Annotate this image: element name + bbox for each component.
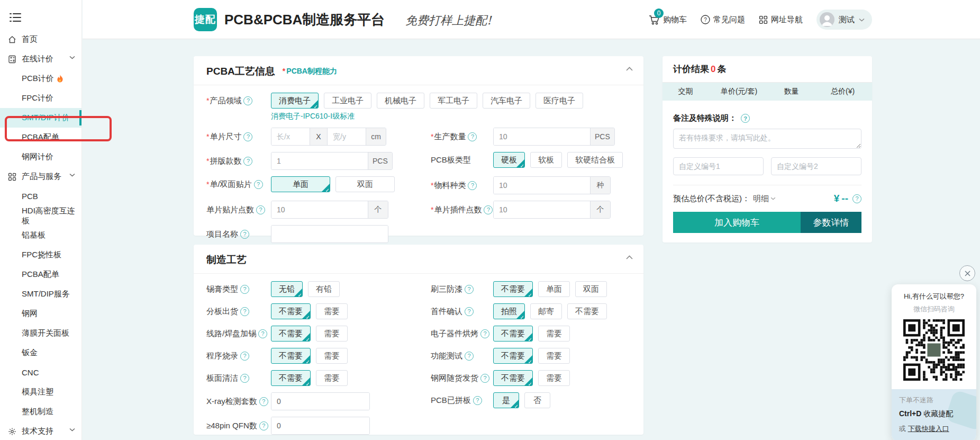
material-kinds-input[interactable] xyxy=(494,177,590,194)
sidebar-item-smt-dip-service[interactable]: SMT/DIP服务 xyxy=(0,284,81,304)
pad-tinning-option[interactable]: 需要 xyxy=(316,326,348,342)
sidebar-item-pcba-bom[interactable]: PCBA配单 xyxy=(0,128,81,147)
solder-paste-option[interactable]: 有铅 xyxy=(308,281,340,297)
pcb-type-option[interactable]: 硬板✓ xyxy=(493,152,525,168)
add-to-cart-button[interactable]: 加入购物车 xyxy=(673,212,801,233)
help-icon[interactable]: ? xyxy=(852,194,861,203)
site-nav-link[interactable]: 网址导航 xyxy=(759,15,803,25)
project-name-input[interactable] xyxy=(271,226,388,243)
function-test-option[interactable]: 需要 xyxy=(538,348,570,364)
cart-link[interactable]: 0 购物车 xyxy=(649,15,687,25)
download-shortcut-link[interactable]: 下载快捷入口 xyxy=(908,425,949,433)
help-icon[interactable]: ? xyxy=(259,397,268,406)
solder-paste-option[interactable]: 无铅✓ xyxy=(271,281,303,297)
help-icon[interactable]: ? xyxy=(465,285,474,294)
component-baking-option[interactable]: 不需要✓ xyxy=(493,326,533,342)
qty-input[interactable] xyxy=(494,128,590,145)
help-icon[interactable]: ? xyxy=(243,157,252,166)
help-icon[interactable]: ? xyxy=(240,374,249,383)
help-icon[interactable]: ? xyxy=(468,132,477,141)
pcb-panelized-option[interactable]: 是✓ xyxy=(493,392,519,408)
help-icon[interactable]: ? xyxy=(741,114,750,123)
pcb-type-option[interactable]: 软板 xyxy=(530,152,562,168)
help-icon[interactable]: ? xyxy=(243,132,252,141)
qfn-count-input[interactable] xyxy=(271,417,369,434)
chat-close-icon[interactable] xyxy=(959,265,975,281)
conformal-coating-option[interactable]: 双面 xyxy=(575,281,607,297)
sidebar-item-injection-molding[interactable]: 模具注塑 xyxy=(0,382,81,402)
help-icon[interactable]: ? xyxy=(258,329,267,338)
collapse-section-icon[interactable] xyxy=(626,255,633,259)
sidebar-item-smt-dip-pricing[interactable]: SMT/DIP计价 xyxy=(0,108,81,128)
param-detail-button[interactable]: 参数详情 xyxy=(801,212,861,233)
sidebar-item-complete-machine[interactable]: 整机制造 xyxy=(0,402,81,421)
xray-count-input[interactable] xyxy=(271,393,369,410)
component-baking-option[interactable]: 需要 xyxy=(538,326,570,342)
program-burning-option[interactable]: 需要 xyxy=(316,348,348,364)
board-width-input[interactable] xyxy=(328,128,366,145)
sidebar-item-stencil-pricing[interactable]: 钢网计价 xyxy=(0,147,81,167)
help-icon[interactable]: ? xyxy=(480,329,489,338)
menu-toggle-icon[interactable] xyxy=(0,0,81,30)
depanel-shipping-option[interactable]: 需要 xyxy=(316,303,348,319)
help-icon[interactable]: ? xyxy=(468,181,477,190)
pad-tinning-option[interactable]: 不需要✓ xyxy=(271,326,311,342)
sidebar-item-tech-support[interactable]: 技术支持 xyxy=(0,421,81,440)
sidebar-item-home[interactable]: 首页 xyxy=(0,30,81,49)
remark-textarea[interactable] xyxy=(673,129,861,149)
smd-points-input[interactable] xyxy=(271,201,368,218)
collapse-section-icon[interactable] xyxy=(626,67,633,71)
help-icon[interactable]: ? xyxy=(465,352,474,361)
sidebar-item-fpc-pricing[interactable]: FPC计价 xyxy=(0,88,81,108)
sidebar-item-online-pricing[interactable]: 在线计价 xyxy=(0,49,81,69)
help-icon[interactable]: ? xyxy=(484,205,493,214)
smt-sides-option[interactable]: 双面 xyxy=(335,176,395,192)
help-icon[interactable]: ? xyxy=(240,352,249,361)
sidebar-item-pcba-bom-2[interactable]: PCBA配单 xyxy=(0,265,81,284)
first-article-option[interactable]: 拍照✓ xyxy=(493,303,525,319)
stencil-shipping-option[interactable]: 需要 xyxy=(538,370,570,386)
sidebar-item-cnc[interactable]: CNC xyxy=(0,363,81,382)
dip-points-input[interactable] xyxy=(494,201,590,218)
custom-number-2-input[interactable] xyxy=(771,157,861,175)
help-icon[interactable]: ? xyxy=(254,180,263,189)
product-area-option[interactable]: 机械电子 xyxy=(377,93,424,109)
help-icon[interactable]: ? xyxy=(240,307,249,316)
user-menu[interactable]: 测试 xyxy=(816,10,872,30)
product-area-option[interactable]: 工业电子 xyxy=(324,93,371,109)
board-cleaning-option[interactable]: 需要 xyxy=(316,370,348,386)
function-test-option[interactable]: 不需要✓ xyxy=(493,348,533,364)
board-cleaning-option[interactable]: 不需要✓ xyxy=(271,370,311,386)
sidebar-item-hdi[interactable]: HDI高密度互连板 xyxy=(0,206,81,226)
pcb-panelized-option[interactable]: 否 xyxy=(524,392,550,408)
sidebar-item-fpc-flex[interactable]: FPC挠性板 xyxy=(0,245,81,265)
product-area-option[interactable]: 医疗电子 xyxy=(536,93,583,109)
product-area-option[interactable]: 军工电子 xyxy=(430,93,477,109)
conformal-coating-option[interactable]: 单面 xyxy=(538,281,570,297)
help-icon[interactable]: ? xyxy=(240,230,249,239)
faq-link[interactable]: ? 常见问题 xyxy=(701,15,745,25)
sidebar-item-products-services[interactable]: 产品与服务 xyxy=(0,167,81,186)
sidebar-item-aluminum-board[interactable]: 铝基板 xyxy=(0,226,81,245)
board-length-input[interactable] xyxy=(271,128,310,145)
depanel-shipping-option[interactable]: 不需要✓ xyxy=(271,303,311,319)
sidebar-item-pcb[interactable]: PCB xyxy=(0,186,81,206)
sidebar-item-stencil[interactable]: 钢网 xyxy=(0,304,81,324)
sidebar-item-pcb-pricing[interactable]: PCB计价 xyxy=(0,69,81,88)
custom-number-1-input[interactable] xyxy=(673,157,764,175)
product-area-option[interactable]: 消费电子✓ xyxy=(271,93,319,109)
first-article-option[interactable]: 不需要 xyxy=(567,303,607,319)
first-article-option[interactable]: 邮寄 xyxy=(530,303,562,319)
smt-sides-option[interactable]: 单面✓ xyxy=(271,176,330,192)
pcba-capability-link[interactable]: *PCBA制程能力 xyxy=(283,67,337,76)
sidebar-item-membrane-switch[interactable]: 薄膜开关面板 xyxy=(0,324,81,343)
stencil-shipping-option[interactable]: 不需要✓ xyxy=(493,370,533,386)
program-burning-option[interactable]: 不需要✓ xyxy=(271,348,311,364)
help-icon[interactable]: ? xyxy=(480,374,489,383)
help-icon[interactable]: ? xyxy=(259,421,268,430)
brand-logo[interactable]: 捷配 xyxy=(194,8,217,31)
help-icon[interactable]: ? xyxy=(465,307,474,316)
help-icon[interactable]: ? xyxy=(256,205,265,214)
product-area-option[interactable]: 汽车电子 xyxy=(483,93,530,109)
detail-toggle[interactable]: 明细 xyxy=(753,194,776,204)
